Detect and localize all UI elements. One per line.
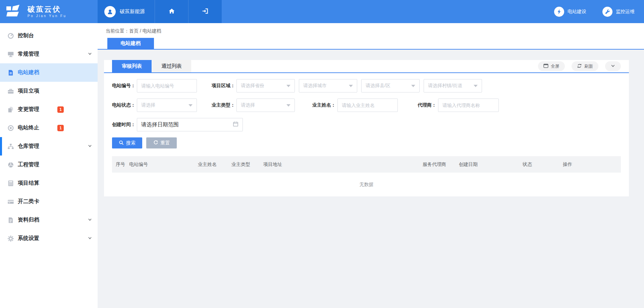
sidebar-item-warehouse-mgmt[interactable]: 仓库管理 [0,137,98,156]
filter-row-2: 电站状态： 请选择 业主类型： 请选择 业主姓名： 代理商： [112,99,621,112]
sidebar-item-station-termination[interactable]: 电站终止 1 [0,119,98,137]
sitemap-icon [7,142,15,150]
caret-down-icon [286,104,290,107]
refresh-icon [577,63,582,69]
station-status-label: 电站状态： [112,102,136,108]
station-no-label: 电站编号： [112,83,136,89]
search-label: 搜索 [126,140,136,146]
main-area: 当前位置：首页 / 电站建档 电站建档 审核列表 通过列表 全屏 [98,23,644,308]
sidebar-item-system-settings[interactable]: 系统设置 [0,229,98,248]
village-placeholder: 请选择村镇/街道 [428,83,462,89]
city-select[interactable]: 请选择城市 [299,79,357,93]
station-termination-badge: 1 [57,125,64,131]
stop-circle-icon [7,124,15,132]
document-icon [7,69,15,77]
chevron-down-icon [610,63,615,69]
caret-down-icon [474,85,478,87]
county-placeholder: 请选择县/区 [366,83,390,89]
refresh-button[interactable]: 刷新 [572,61,598,71]
col-actions: 操作 [559,162,621,168]
fullscreen-label: 全屏 [551,63,559,69]
tab-review-list[interactable]: 审核列表 [112,60,152,72]
chevron-down-icon [88,217,92,223]
agent-input[interactable] [438,99,499,112]
sidebar-item-label: 常规管理 [18,51,39,58]
created-time-label: 创建时间： [112,122,136,128]
reset-button[interactable]: 重置 [146,137,177,148]
sidebar-item-change-mgmt[interactable]: 变更管理 1 [0,100,98,119]
results-table: 序号 电站编号 业主姓名 业主类型 项目地址 服务代理商 创建日期 状态 操作 … [112,156,621,196]
brand-subtitle: Po Jian Yun Fu [28,14,67,18]
company-name: 破茧新能源 [120,8,145,15]
county-select[interactable]: 请选择县/区 [361,79,420,93]
sidebar-item-label: 控制台 [18,32,34,39]
reset-label: 重置 [161,140,170,146]
user-account[interactable]: 破茧新能源 [98,0,155,23]
panel-tabs: 审核列表 通过列表 全屏 刷新 [104,60,629,73]
module-monitor-ops[interactable]: 监控运维 [602,7,635,17]
owner-type-select[interactable]: 请选择 [236,99,295,112]
sidebar-item-data-archive[interactable]: 资料归档 [0,211,98,229]
village-select[interactable]: 请选择村镇/街道 [424,79,482,93]
chevron-down-icon [88,143,92,149]
filter-form: 电站编号： 项目区域： 请选择省份 请选择城市 请选择县/区 [104,73,629,131]
module-station-build[interactable]: 电站建设 [554,7,586,17]
pie-chart-icon [7,161,15,169]
header-nav: 破茧新能源 [98,0,222,23]
chevron-down-icon [88,51,92,57]
date-range-placeholder: 请选择日期范围 [141,121,179,128]
logout-button[interactable] [188,0,222,23]
module-label: 电站建设 [568,9,586,15]
province-select[interactable]: 请选择省份 [236,79,295,93]
sidebar-item-label: 开二类卡 [18,198,39,205]
owner-type-placeholder: 请选择 [241,102,255,108]
search-button[interactable]: 搜索 [112,137,142,148]
dashboard-icon [7,32,15,40]
page-tab-station-filing[interactable]: 电站建档 [107,38,154,49]
collapse-button[interactable] [605,61,621,71]
sidebar-item-label: 项目结算 [18,180,39,187]
home-button[interactable] [155,0,188,23]
chevron-down-icon [88,236,92,242]
station-filing-panel: 审核列表 通过列表 全屏 刷新 [104,60,629,196]
sidebar-item-console[interactable]: 控制台 [0,26,98,45]
calculator-icon [7,179,15,187]
sidebar-item-station-filing[interactable]: 电站建档 [0,63,98,82]
station-no-input[interactable] [137,79,197,93]
home-icon [168,8,175,16]
wrench-icon [602,7,612,17]
city-placeholder: 请选择城市 [303,83,327,89]
col-created-date: 创建日期 [455,162,519,168]
gear-icon [7,235,15,243]
sidebar-item-label: 项目立项 [18,87,39,95]
refresh-label: 刷新 [584,63,593,69]
sidebar-item-project-initiation[interactable]: 项目立项 [0,82,98,100]
sidebar-item-project-settlement[interactable]: 项目结算 [0,174,98,192]
caret-down-icon [189,104,193,107]
fullscreen-icon [543,63,548,69]
owner-name-input[interactable] [337,99,398,112]
tab-passed-list[interactable]: 通过列表 [152,60,191,72]
province-placeholder: 请选择省份 [241,83,264,89]
sidebar-item-label: 电站终止 [18,124,39,131]
sidebar-item-label: 工程管理 [18,161,39,168]
date-range-input[interactable]: 请选择日期范围 [137,118,243,131]
caret-down-icon [349,85,353,87]
briefcase-icon [7,87,15,95]
col-owner-type: 业主类型 [228,162,260,168]
col-status: 状态 [519,162,559,168]
change-mgmt-badge: 1 [57,106,64,113]
sidebar-item-general-mgmt[interactable]: 常规管理 [0,45,98,63]
status-placeholder: 请选择 [141,102,155,108]
caret-down-icon [286,85,290,87]
caret-down-icon [411,85,415,87]
avatar [104,6,116,17]
sidebar-item-engineering-mgmt[interactable]: 工程管理 [0,156,98,174]
archive-icon [7,216,15,224]
station-status-select[interactable]: 请选择 [137,99,197,112]
brand-logo: 破茧云伏 Po Jian Yun Fu [0,0,98,23]
fullscreen-button[interactable]: 全屏 [538,61,565,71]
region-label: 项目区域： [212,83,235,89]
sidebar: 控制台 常规管理 电站建档 项目立项 变更管理 1 电站终止 1 [0,23,98,308]
sidebar-item-open-card[interactable]: 开二类卡 [0,192,98,211]
